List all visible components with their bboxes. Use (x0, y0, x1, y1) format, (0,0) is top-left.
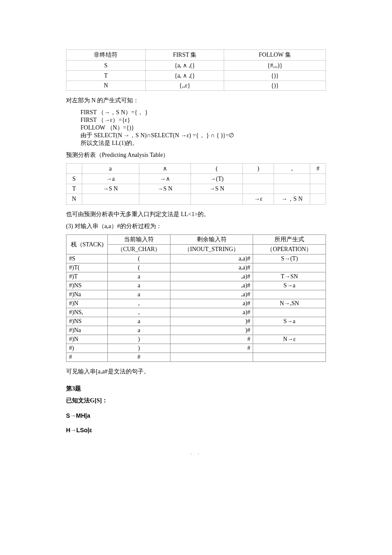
t1-h3: FOLLOW 集 (224, 50, 326, 61)
table-row-cell: ) (108, 344, 170, 353)
t2-r3c4: →ε (243, 194, 274, 205)
table-row-cell: a (108, 281, 170, 290)
table-row-cell (253, 290, 326, 299)
t3-h1: 栈（STACK) (66, 235, 108, 254)
table-row-cell: ,a)# (170, 281, 253, 290)
t2-r3c3 (191, 194, 243, 205)
table-row-cell (253, 353, 326, 362)
t2-r1c4 (243, 174, 274, 184)
t1-h1: 非终结符 (66, 50, 146, 61)
t2-h4: ) (243, 164, 274, 174)
predict-table-title: 预测分析表（Predicting Analysis Table） (66, 151, 326, 159)
t2-h5: , (274, 164, 310, 174)
t2-r2c3: →S N (191, 184, 243, 194)
question-3-title: 第3题 (66, 385, 326, 393)
first-follow-table: 非终结符 FIRST 集 FOLLOW 集 S {a, ∧ ,(} {#,,,)… (66, 49, 326, 91)
t1-h2: FIRST 集 (145, 50, 224, 61)
table-row-cell: # (66, 353, 108, 362)
table-row-cell: a (108, 290, 170, 299)
table-row-cell: a,a)# (170, 254, 253, 263)
table-row-cell: a)# (170, 299, 253, 308)
t3-h3a: 剩余输入符 (170, 235, 253, 245)
table-row-cell: , (108, 299, 170, 308)
table-row-cell: a)# (170, 308, 253, 317)
t2-h1: a (82, 164, 139, 174)
t2-r3c6 (310, 194, 326, 205)
select-line: 由于 SELECT(N →，S N)∩SELECT(N →ε) ={， } ∩ … (66, 132, 326, 139)
t1-r2c2: {a, ∧ ,(} (145, 71, 224, 81)
table-row-cell (253, 263, 326, 272)
table-row-cell: #)T( (66, 263, 108, 272)
table-row-cell: a (108, 317, 170, 326)
first-line-1: FIRST （→，S N）={， } (66, 109, 326, 116)
table-row-cell (253, 326, 326, 335)
t2-r2c2: →S N (139, 184, 191, 194)
t2-r3c5: →，S N (274, 194, 310, 205)
t1-r1c2: {a, ∧ ,(} (145, 61, 224, 71)
table-row-cell: #)Na (66, 326, 108, 335)
grammar-h: H→LSo|ε (66, 427, 326, 434)
table-row-cell: #S (66, 254, 108, 263)
table-row-cell: ) (108, 335, 170, 344)
t2-r1c6 (310, 174, 326, 184)
t2-r1c5 (274, 174, 310, 184)
analysis-trace-table: 栈（STACK) 当前输入符 剩余输入符 所用产生式 （CUR_CHAR） （I… (66, 234, 326, 362)
t3-h2b: （CUR_CHAR） (108, 245, 170, 254)
table-row-cell (253, 344, 326, 353)
grammar-intro: 已知文法G[S]： (66, 397, 326, 405)
table-row-cell: S→a (253, 281, 326, 290)
table-row-cell: #)N (66, 299, 108, 308)
grammar-s: S→MH|a (66, 412, 326, 419)
table-row-cell: a (108, 326, 170, 335)
t2-r3c0: N (66, 194, 82, 205)
t3-h3b: （INOUT_STRING） (170, 245, 253, 254)
t3-h4b: （OPERATION） (253, 245, 326, 254)
t2-h0 (66, 164, 82, 174)
t1-r2c3: {)} (224, 71, 326, 81)
ll1-conclusion: 所以文法是 LL(1)的。 (66, 139, 326, 147)
table-row-cell: N→ε (253, 335, 326, 344)
t2-r2c1: →S N (82, 184, 139, 194)
table-row-cell: #)T (66, 272, 108, 281)
table-row-cell: S→a (253, 317, 326, 326)
t1-r3c1: N (66, 81, 146, 91)
t1-r2c1: T (66, 71, 146, 81)
table-row-cell: a (108, 272, 170, 281)
t1-r3c3: {)} (224, 81, 326, 91)
table-row-cell: #)NS, (66, 308, 108, 317)
follow-line: FOLLOW （N）={)} (66, 124, 326, 132)
table-row-cell: # (170, 344, 253, 353)
page-footer: . . (66, 451, 326, 455)
no-multi-entry: 也可由预测分析表中无多重入口判定文法是 LL<1>的。 (66, 211, 326, 218)
t2-r2c4 (243, 184, 274, 194)
t2-r1c3: →(T) (191, 174, 243, 184)
table-row-cell: #)NS (66, 317, 108, 326)
page: 非终结符 FIRST 集 FOLLOW 集 S {a, ∧ ,(} {#,,,)… (0, 0, 392, 481)
table-row-cell: # (108, 353, 170, 362)
table-row-cell: S→(T) (253, 254, 326, 263)
t2-r1c2: →∧ (139, 174, 191, 184)
para-left-n: 对左部为 N 的产生式可知： (66, 97, 326, 104)
table-row-cell: , (108, 308, 170, 317)
table-row-cell: #)NS (66, 281, 108, 290)
table-row-cell: ,a)# (170, 290, 253, 299)
table-row-cell: ( (108, 254, 170, 263)
input-analysis-title: (3) 对输入串（a,a）#的分析过程为： (66, 223, 326, 230)
table-row-cell: ,a)# (170, 272, 253, 281)
t2-r3c1 (82, 194, 139, 205)
t2-h2: ∧ (139, 164, 191, 174)
t3-h2a: 当前输入符 (108, 235, 170, 245)
t2-r2c0: T (66, 184, 82, 194)
t2-r1c0: S (66, 174, 82, 184)
table-row-cell: T→SN (253, 272, 326, 281)
table-row-cell (170, 353, 253, 362)
t2-r1c1: →a (82, 174, 139, 184)
table-row-cell: #)N (66, 335, 108, 344)
t2-r2c6 (310, 184, 326, 194)
sentence-conclusion: 可见输入串[a,a#是文法的句子。 (66, 368, 326, 376)
t1-r1c3: {#,,,)} (224, 61, 326, 71)
t2-h6: # (310, 164, 326, 174)
table-row-cell: #) (66, 344, 108, 353)
table-row-cell: N→,SN (253, 299, 326, 308)
t3-h4a: 所用产生式 (253, 235, 326, 245)
